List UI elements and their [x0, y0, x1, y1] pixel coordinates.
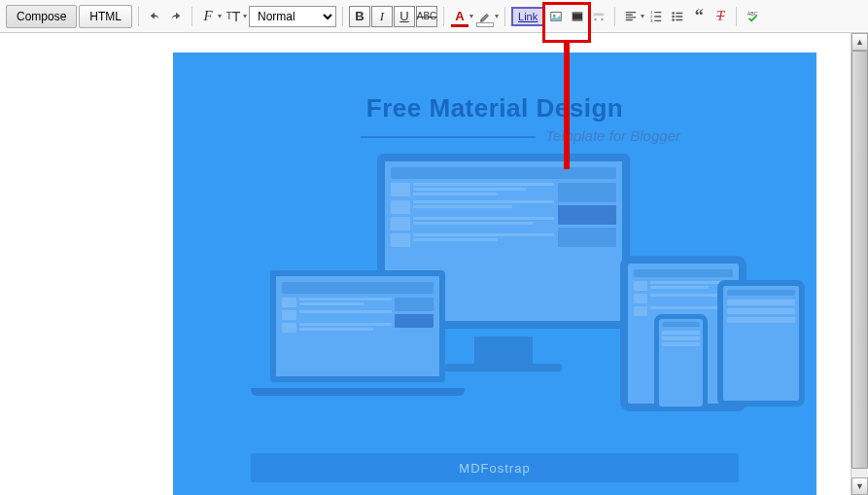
text-style-group: B I U ABC — [349, 6, 437, 27]
svg-point-10 — [673, 15, 676, 18]
inserted-image[interactable]: Free Material Design Template for Blogge… — [173, 53, 816, 495]
redo-button[interactable] — [166, 7, 186, 26]
strikethrough-button[interactable]: ABC — [416, 6, 437, 27]
svg-point-9 — [673, 12, 676, 15]
separator — [614, 7, 615, 26]
quote-button[interactable]: “ — [689, 7, 709, 26]
svg-rect-4 — [573, 18, 583, 20]
bold-button[interactable]: B — [349, 6, 370, 27]
font-family-button[interactable]: F — [198, 7, 218, 26]
scroll-track[interactable] — [851, 51, 868, 477]
compose-tab[interactable]: Compose — [6, 5, 77, 28]
image-subtitle: Template for Blogger — [173, 127, 816, 144]
svg-point-11 — [673, 18, 676, 21]
vertical-scrollbar[interactable]: ▲ ▼ — [851, 33, 868, 495]
html-tab[interactable]: HTML — [79, 5, 132, 28]
format-select[interactable]: Normal — [249, 6, 336, 27]
spellcheck-button[interactable]: ABC — [743, 7, 762, 26]
bullet-list-button[interactable] — [668, 7, 687, 26]
scroll-down-arrow[interactable]: ▼ — [851, 477, 868, 495]
font-size-button[interactable]: TT — [224, 7, 243, 26]
image-title: Free Material Design — [173, 53, 816, 124]
italic-button[interactable]: I — [371, 6, 393, 27]
chevron-down-icon: ▾ — [218, 12, 222, 20]
svg-rect-3 — [573, 12, 583, 14]
chevron-down-icon: ▾ — [495, 12, 499, 20]
svg-text:3: 3 — [650, 18, 653, 23]
highlight-button[interactable] — [475, 7, 495, 26]
numbered-list-button[interactable]: 123 — [646, 7, 666, 26]
scroll-thumb[interactable] — [851, 51, 868, 469]
separator — [443, 7, 444, 26]
break-button[interactable] — [589, 7, 608, 26]
separator — [736, 7, 737, 26]
align-button[interactable] — [621, 7, 641, 26]
remove-format-button[interactable]: T — [711, 7, 730, 26]
separator — [504, 7, 505, 26]
device-mockups — [173, 154, 816, 426]
image-button[interactable] — [546, 7, 566, 26]
editor-wrapper: Free Material Design Template for Blogge… — [0, 33, 868, 495]
link-button[interactable]: Link — [511, 7, 544, 26]
video-button[interactable] — [568, 7, 587, 26]
separator — [342, 7, 343, 26]
undo-button[interactable] — [145, 7, 164, 26]
underline-button[interactable]: U — [394, 6, 415, 27]
svg-rect-5 — [594, 13, 605, 16]
chevron-down-icon: ▾ — [469, 12, 473, 20]
scroll-up-arrow[interactable]: ▲ — [851, 33, 868, 51]
separator — [191, 7, 192, 26]
separator — [138, 7, 139, 26]
text-color-button[interactable]: A — [450, 7, 469, 26]
chevron-down-icon: ▾ — [641, 12, 644, 20]
editor-content-area[interactable]: Free Material Design Template for Blogge… — [0, 33, 851, 495]
chevron-down-icon: ▾ — [243, 12, 247, 20]
editor-toolbar: Compose HTML F ▾ TT ▾ Normal B I U ABC A… — [0, 0, 868, 33]
image-footer: MDFostrap — [251, 453, 739, 482]
